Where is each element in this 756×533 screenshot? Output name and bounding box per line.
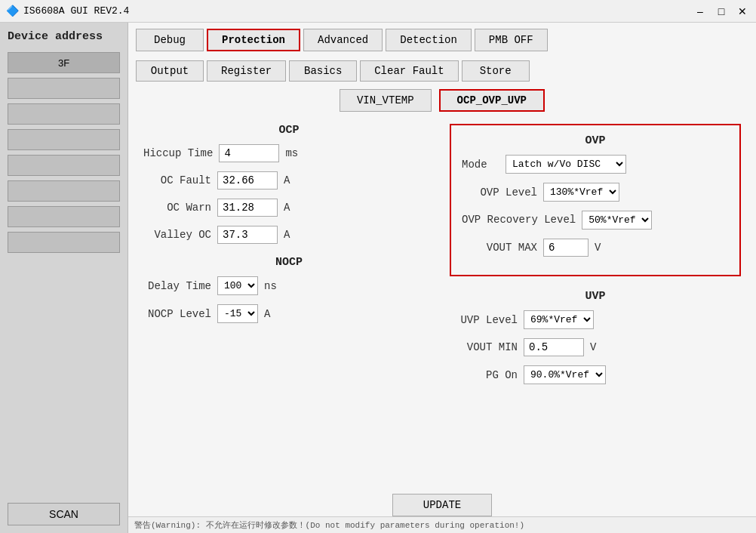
vout-max-input[interactable]: [543, 239, 589, 257]
tab-store[interactable]: Store: [462, 60, 530, 82]
right-section: OVP Mode Latch w/Vo DISC Hiccup Latch OV…: [450, 124, 741, 479]
hiccup-time-unit: ms: [285, 147, 300, 159]
tab-protection[interactable]: Protection: [207, 29, 300, 51]
ovp-recovery-row: OVP Recovery Level 50%*Vref 60%*Vref 70%…: [462, 211, 729, 230]
oc-fault-input[interactable]: [217, 171, 278, 189]
address-button[interactable]: 3F: [8, 52, 120, 73]
sidebar: Device address 3F SCAN: [0, 23, 128, 533]
valley-oc-input[interactable]: [217, 226, 278, 244]
tab-pmb-off[interactable]: PMB OFF: [475, 29, 548, 51]
minimize-button[interactable]: –: [693, 4, 708, 19]
ovp-title: OVP: [462, 134, 729, 147]
tab-detection[interactable]: Detection: [386, 29, 472, 51]
title-bar-left: 🔷 IS6608A GUI REV2.4: [6, 5, 129, 17]
uvp-level-select[interactable]: 69%*Vref 60%*Vref 50%*Vref: [524, 310, 594, 329]
tab-basics[interactable]: Basics: [289, 60, 357, 82]
sub-tab-row: VIN_VTEMP OCP_OVP_UVP: [128, 85, 756, 116]
delay-time-label: Delay Time: [143, 280, 211, 292]
close-button[interactable]: ✕: [735, 4, 750, 19]
nocp-title: NOCP: [143, 256, 435, 269]
oc-warn-unit: A: [284, 202, 299, 214]
subtab-ocp-ovp-uvp[interactable]: OCP_OVP_UVP: [439, 89, 545, 112]
pg-on-row: PG On 90.0%*Vref 80.0%*Vref 70.0%*Vref: [450, 365, 741, 384]
valley-oc-unit: A: [284, 229, 299, 241]
ovp-mode-label: Mode: [462, 159, 499, 171]
vout-max-row: VOUT MAX V: [462, 239, 729, 257]
title-bar: 🔷 IS6608A GUI REV2.4 – □ ✕: [0, 0, 756, 23]
toolbar-row-1: Debug Protection Advanced Detection PMB …: [128, 23, 756, 54]
tab-clear-fault[interactable]: Clear Fault: [360, 60, 458, 82]
scan-button[interactable]: SCAN: [8, 503, 120, 525]
sidebar-slot-4[interactable]: [8, 155, 120, 176]
tab-advanced[interactable]: Advanced: [303, 29, 383, 51]
tab-register[interactable]: Register: [207, 60, 286, 82]
device-address-label: Device address: [8, 30, 120, 43]
hiccup-time-row: Hiccup Time ms: [143, 144, 435, 162]
oc-fault-unit: A: [284, 174, 299, 186]
hiccup-time-label: Hiccup Time: [143, 147, 213, 159]
ovp-level-row: OVP Level 130%*Vref 120%*Vref 110%*Vref: [462, 183, 729, 202]
app-icon: 🔷: [6, 5, 19, 17]
uvp-section: UVP UVP Level 69%*Vref 60%*Vref 50%*Vref…: [450, 290, 741, 393]
vout-max-unit: V: [595, 242, 610, 254]
sidebar-slot-3[interactable]: [8, 129, 120, 150]
sidebar-slot-1[interactable]: [8, 78, 120, 99]
nocp-level-row: NOCP Level -15 -10 -5 0 A: [143, 304, 435, 323]
content-area: OCP Hiccup Time ms OC Fault A OC Warn A: [128, 116, 756, 486]
toolbar-row-2: Output Register Basics Clear Fault Store: [128, 54, 756, 85]
sidebar-slot-6[interactable]: [8, 206, 120, 227]
uvp-title: UVP: [450, 290, 741, 303]
pg-on-label: PG On: [450, 369, 518, 381]
tab-debug[interactable]: Debug: [136, 29, 204, 51]
nocp-level-label: NOCP Level: [143, 308, 211, 320]
uvp-level-label: UVP Level: [450, 314, 518, 326]
uvp-level-row: UVP Level 69%*Vref 60%*Vref 50%*Vref: [450, 310, 741, 329]
title-bar-controls: – □ ✕: [693, 4, 750, 19]
ovp-recovery-select[interactable]: 50%*Vref 60%*Vref 70%*Vref: [582, 211, 652, 230]
vout-max-label: VOUT MAX: [462, 242, 537, 254]
oc-fault-label: OC Fault: [143, 174, 211, 186]
subtab-vin-vtemp[interactable]: VIN_VTEMP: [340, 89, 432, 112]
sidebar-slot-2[interactable]: [8, 103, 120, 125]
ovp-mode-row: Mode Latch w/Vo DISC Hiccup Latch: [462, 155, 729, 174]
delay-time-select[interactable]: 100 200 400 800: [217, 276, 258, 295]
nocp-level-select[interactable]: -15 -10 -5 0: [217, 304, 258, 323]
status-bar: 警告(Warning): 不允许在运行时修改参数！(Do not modify …: [128, 516, 756, 533]
vout-min-row: VOUT MIN V: [450, 338, 741, 356]
oc-warn-row: OC Warn A: [143, 199, 435, 217]
update-row: UPDATE: [128, 494, 756, 516]
delay-time-unit: ns: [264, 280, 279, 292]
hiccup-time-input[interactable]: [219, 144, 279, 162]
ovp-level-label: OVP Level: [462, 186, 537, 199]
update-button[interactable]: UPDATE: [392, 494, 492, 516]
sidebar-slot-7[interactable]: [8, 232, 120, 253]
sidebar-slot-5[interactable]: [8, 180, 120, 202]
oc-warn-input[interactable]: [217, 199, 278, 217]
main-content: Device address 3F SCAN Debug Protection …: [0, 23, 756, 533]
vout-min-input[interactable]: [524, 338, 584, 356]
delay-time-row: Delay Time 100 200 400 800 ns: [143, 276, 435, 295]
maximize-button[interactable]: □: [714, 4, 729, 19]
vout-min-label: VOUT MIN: [450, 341, 518, 353]
oc-warn-label: OC Warn: [143, 202, 211, 214]
tab-output[interactable]: Output: [136, 60, 204, 82]
vout-min-unit: V: [590, 341, 605, 353]
oc-fault-row: OC Fault A: [143, 171, 435, 189]
nocp-level-unit: A: [264, 308, 279, 320]
valley-oc-row: Valley OC A: [143, 226, 435, 244]
ovp-box: OVP Mode Latch w/Vo DISC Hiccup Latch OV…: [450, 124, 741, 276]
window-title: IS6608A GUI REV2.4: [23, 5, 129, 17]
nocp-section: NOCP Delay Time 100 200 400 800 ns NOCP …: [143, 256, 435, 332]
ovp-level-select[interactable]: 130%*Vref 120%*Vref 110%*Vref: [543, 183, 619, 202]
ovp-recovery-label: OVP Recovery Level: [462, 214, 576, 226]
pg-on-select[interactable]: 90.0%*Vref 80.0%*Vref 70.0%*Vref: [524, 365, 606, 384]
left-section: OCP Hiccup Time ms OC Fault A OC Warn A: [143, 124, 435, 479]
ocp-title: OCP: [143, 124, 435, 137]
valley-oc-label: Valley OC: [143, 229, 211, 241]
ovp-mode-select[interactable]: Latch w/Vo DISC Hiccup Latch: [506, 155, 626, 174]
right-panel: Debug Protection Advanced Detection PMB …: [128, 23, 756, 533]
